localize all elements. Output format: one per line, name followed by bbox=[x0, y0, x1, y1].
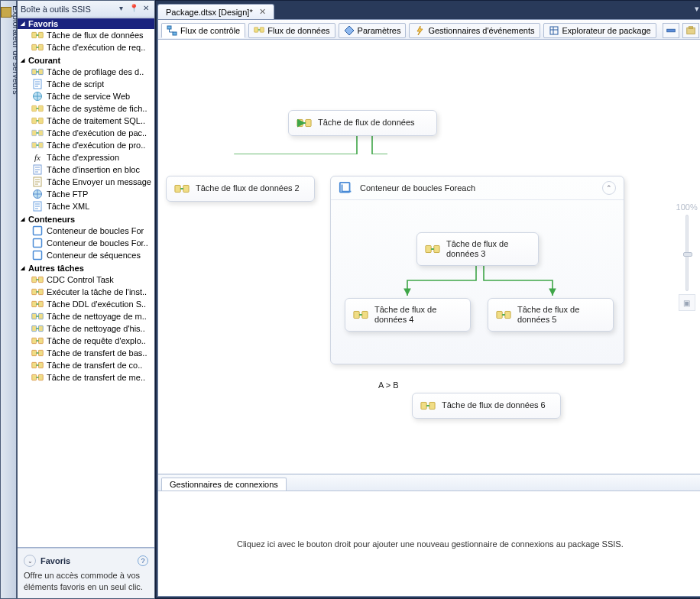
toolbox-tree[interactable]: ◢FavorisTâche de flux de donnéesTâche d'… bbox=[18, 18, 154, 548]
toolbox-item-label: Tâche d'expression bbox=[47, 153, 119, 162]
info-collapse-icon[interactable]: ⌄ bbox=[24, 555, 36, 567]
design-inner-tabs: Flux de contrôleFlux de donnéesParamètre… bbox=[158, 20, 700, 40]
script-icon bbox=[31, 79, 44, 89]
task-node-dataflow-3[interactable]: Tâche de flux de données 3 bbox=[416, 232, 539, 266]
toolbox-item[interactable]: Tâche d'exécution de pro.. bbox=[18, 139, 154, 151]
toolbox-item[interactable]: Conteneur de boucles For bbox=[18, 225, 154, 237]
toolbox-item[interactable]: Conteneur de boucles For.. bbox=[18, 237, 154, 249]
group-label: Courant bbox=[28, 56, 60, 65]
toolbox-item[interactable]: Tâche d'insertion en bloc bbox=[18, 164, 154, 176]
toolbox-item[interactable]: Conteneur de séquences bbox=[18, 249, 154, 261]
toolbox-item-label: Conteneur de boucles For bbox=[47, 226, 144, 235]
group-label: Conteneurs bbox=[28, 215, 75, 224]
toolbox-item[interactable]: Tâche XML bbox=[18, 200, 154, 212]
toolbox-group-header[interactable]: ◢Courant bbox=[18, 55, 154, 66]
design-tab-label: Flux de données bbox=[267, 26, 329, 35]
toolbox-item[interactable]: Tâche de profilage des d.. bbox=[18, 66, 154, 78]
toolbox-item[interactable]: Tâche de transfert de co.. bbox=[18, 359, 154, 371]
zoom-fit-button[interactable]: ▣ bbox=[679, 294, 695, 311]
svg-rect-61 bbox=[421, 402, 426, 409]
toolbox-item[interactable]: Tâche DDL d'exécution S.. bbox=[18, 298, 154, 310]
toolbox-item[interactable]: CDC Control Task bbox=[18, 274, 154, 286]
svg-rect-29 bbox=[32, 313, 37, 319]
design-tab-label: Paramètres bbox=[358, 26, 401, 35]
toolbox-close-button[interactable]: ✕ bbox=[141, 4, 151, 15]
toolbox-item-label: Tâche de transfert de me.. bbox=[47, 373, 145, 382]
toolbox-item[interactable]: Tâche de nettoyage de m.. bbox=[18, 310, 154, 322]
precedence-label: A > B bbox=[378, 380, 399, 390]
svg-rect-32 bbox=[38, 325, 43, 331]
toolbox-item[interactable]: Tâche FTP bbox=[18, 188, 154, 200]
toolbox-item[interactable]: Tâche de script bbox=[18, 78, 154, 90]
toolbox-header: Boîte à outils SSIS ▾ 📍 ✕ bbox=[18, 1, 154, 18]
design-tab-events[interactable]: Gestionnaires d'événements bbox=[409, 23, 540, 38]
info-help-button[interactable]: ? bbox=[138, 555, 148, 566]
task-label: Tâche de flux de données 6 bbox=[442, 400, 546, 410]
toolbox-item[interactable]: Tâche de transfert de me.. bbox=[18, 371, 154, 384]
task-node-dataflow-1[interactable]: Tâche de flux de données bbox=[288, 110, 437, 136]
svg-rect-53 bbox=[183, 185, 189, 192]
dataflow-icon bbox=[297, 117, 312, 129]
svg-rect-2 bbox=[32, 44, 37, 50]
toolbox-group-header[interactable]: ◢Conteneurs bbox=[18, 214, 154, 225]
design-tab-params[interactable]: Paramètres bbox=[339, 23, 407, 38]
design-tab-dataflow[interactable]: Flux de données bbox=[248, 23, 335, 38]
zoom-slider-thumb[interactable] bbox=[683, 252, 692, 257]
toolbox-item[interactable]: Exécuter la tâche de l'inst.. bbox=[18, 286, 154, 298]
design-tab-pkgexplorer[interactable]: Explorateur de package bbox=[543, 23, 656, 38]
ssis-toolbox-button[interactable] bbox=[682, 23, 699, 38]
svg-rect-31 bbox=[32, 325, 37, 331]
toolbox-item[interactable]: Tâche de système de fich.. bbox=[18, 102, 154, 115]
svg-rect-11 bbox=[38, 118, 43, 123]
svg-rect-13 bbox=[38, 130, 43, 135]
sql-icon bbox=[31, 42, 44, 53]
toolbox-item[interactable]: fxTâche d'expression bbox=[18, 151, 154, 164]
toolbox-item[interactable]: Tâche d'exécution de req.. bbox=[18, 41, 154, 53]
file-tabs-dropdown-button[interactable]: ▾ bbox=[689, 4, 700, 19]
svg-rect-62 bbox=[429, 402, 435, 409]
task-node-dataflow-2[interactable]: Tâche de flux de données 2 bbox=[166, 176, 315, 202]
toolbox-item[interactable]: Tâche de flux de données bbox=[18, 29, 154, 41]
container-collapse-button[interactable]: ⌃ bbox=[602, 181, 616, 195]
svg-rect-12 bbox=[32, 130, 37, 135]
svg-rect-30 bbox=[38, 313, 43, 319]
server-explorer-tab[interactable]: Explorateur de serveurs bbox=[0, 0, 17, 599]
toolbox-panel: Boîte à outils SSIS ▾ 📍 ✕ ◢FavorisTâche … bbox=[17, 0, 155, 599]
toolbox-item[interactable]: Tâche Envoyer un message bbox=[18, 176, 154, 188]
svg-rect-0 bbox=[32, 32, 37, 37]
zoom-slider-track[interactable] bbox=[685, 215, 689, 291]
design-tab-controlflow[interactable]: Flux de contrôle bbox=[161, 23, 245, 38]
task-node-dataflow-5[interactable]: Tâche de flux de données 5 bbox=[488, 298, 614, 332]
variables-button[interactable] bbox=[663, 23, 679, 38]
toolbox-group-header[interactable]: ◢Autres tâches bbox=[18, 263, 154, 274]
task-node-dataflow-6[interactable]: Tâche de flux de données 6 bbox=[412, 393, 561, 419]
group-expand-icon: ◢ bbox=[21, 57, 28, 63]
toolbox-item[interactable]: Tâche de traitement SQL.. bbox=[18, 115, 154, 127]
server-explorer-icon bbox=[1, 7, 11, 18]
connection-managers-tab[interactable]: Gestionnaires de connexions bbox=[161, 478, 287, 491]
toolbox-group-header[interactable]: ◢Favoris bbox=[18, 18, 154, 29]
svg-rect-34 bbox=[38, 338, 43, 343]
toolbox-pin-button[interactable]: 📍 bbox=[128, 4, 139, 15]
connection-managers-body[interactable]: Cliquez ici avec le bouton droit pour aj… bbox=[158, 491, 700, 596]
variables-icon bbox=[666, 25, 676, 36]
toolbox-item-label: Tâche de service Web bbox=[47, 92, 130, 101]
svg-rect-5 bbox=[38, 69, 43, 74]
toolbox-item[interactable]: Tâche de nettoyage d'his.. bbox=[18, 322, 154, 335]
toolbox-item-label: Tâche Envoyer un message bbox=[47, 177, 151, 186]
file-tab-close-button[interactable]: ✕ bbox=[259, 7, 266, 17]
design-tab-label: Explorateur de package bbox=[562, 26, 651, 35]
toolbox-item[interactable]: Tâche de service Web bbox=[18, 90, 154, 102]
design-canvas[interactable]: Tâche de flux de données Tâche de flux d… bbox=[158, 40, 700, 474]
task-node-dataflow-4[interactable]: Tâche de flux de données 4 bbox=[345, 298, 471, 332]
toolbox-item[interactable]: Tâche d'exécution de pac.. bbox=[18, 127, 154, 139]
svg-rect-44 bbox=[261, 27, 264, 31]
toolbox-window-dropdown-button[interactable]: ▾ bbox=[116, 4, 127, 15]
svg-rect-38 bbox=[38, 362, 43, 367]
group-expand-icon: ◢ bbox=[21, 21, 28, 27]
task-label: Tâche de flux de données 2 bbox=[196, 183, 300, 193]
file-tab-package[interactable]: Package.dtsx [Design]* ✕ bbox=[157, 4, 274, 19]
toolbox-item[interactable]: Tâche de requête d'explo.. bbox=[18, 335, 154, 347]
foreach-container[interactable]: Conteneur de boucles Foreach ⌃ Tâche de … bbox=[330, 176, 624, 364]
toolbox-item[interactable]: Tâche de transfert de bas.. bbox=[18, 347, 154, 359]
